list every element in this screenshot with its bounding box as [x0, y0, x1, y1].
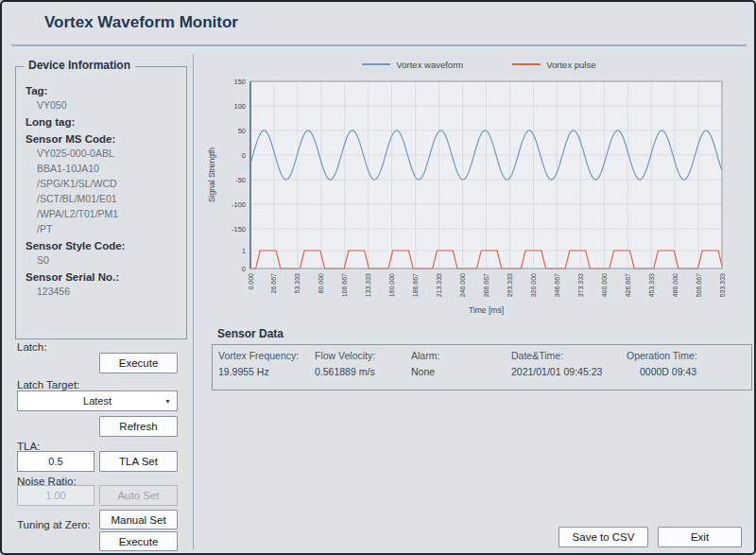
svg-text:1: 1 — [242, 247, 246, 255]
svg-text:213.333: 213.333 — [436, 273, 442, 297]
sensor-data-label: Alarm: — [411, 350, 511, 361]
svg-text:50: 50 — [238, 127, 246, 135]
tla-set-button[interactable]: TLA Set — [99, 451, 178, 472]
sensor-data-column: Flow Velocity:0.561889 m/s — [315, 350, 411, 390]
device-field-value: VY025-000-0ABL — [37, 147, 180, 160]
legend-item: Vortex pulse — [512, 60, 595, 70]
sensor-data-table: Vortex Frequency:19.9955 HzFlow Velocity… — [212, 344, 752, 390]
latch-execute-button[interactable]: Execute — [99, 353, 178, 373]
device-field-value: 123456 — [37, 286, 180, 298]
tla-input[interactable] — [17, 451, 94, 472]
sensor-data-column: Vortex Frequency:19.9955 Hz — [218, 350, 315, 390]
device-field-value: /PT — [37, 223, 180, 235]
device-field-value: BBA1-10JA10 — [37, 163, 180, 175]
device-information-group: Device Information Tag:VY050Long tag:Sen… — [15, 66, 187, 339]
svg-text:320.000: 320.000 — [530, 273, 537, 297]
waveform-chart: 150100500-50-100-150100.00026.66753.3338… — [202, 74, 756, 325]
sensor-data-column: Operation Time:0000D 09:43 — [627, 350, 751, 390]
svg-text:293.333: 293.333 — [507, 273, 513, 297]
legend-label: Vortex waveform — [396, 60, 463, 70]
svg-text:426.667: 426.667 — [625, 273, 631, 297]
manual-set-button[interactable]: Manual Set — [99, 510, 178, 529]
svg-text:26.667: 26.667 — [270, 273, 277, 294]
svg-text:400.000: 400.000 — [601, 273, 608, 297]
save-to-csv-button[interactable]: Save to CSV — [558, 527, 648, 547]
svg-text:160.000: 160.000 — [388, 273, 395, 297]
sensor-data-value: 0.561889 m/s — [315, 366, 411, 377]
svg-text:506.667: 506.667 — [696, 273, 702, 297]
sensor-data-label: Operation Time: — [627, 350, 751, 361]
device-information-fields: Tag:VY050Long tag:Sensor MS Code:VY025-0… — [16, 67, 186, 298]
sensor-data-value: 0000D 09:43 — [627, 366, 751, 377]
svg-text:Time [ms]: Time [ms] — [469, 305, 504, 315]
sensor-data-value: 19.9955 Hz — [218, 366, 315, 377]
sensor-data-column: Date&Time:2021/01/01 09:45:23 — [511, 350, 627, 390]
chart-legend: Vortex waveformVortex pulse — [202, 57, 756, 72]
svg-text:53.333: 53.333 — [294, 273, 301, 294]
svg-text:453.333: 453.333 — [648, 273, 655, 297]
svg-text:133.333: 133.333 — [365, 273, 371, 297]
device-field-label: Sensor Serial No.: — [26, 270, 180, 284]
chevron-down-icon: ▼ — [164, 398, 171, 405]
svg-text:100: 100 — [233, 102, 246, 111]
device-information-title: Device Information — [24, 59, 135, 72]
noise-ratio-input — [17, 485, 94, 506]
svg-text:346.667: 346.667 — [554, 273, 560, 297]
latch-target-value: Latest — [83, 395, 112, 407]
device-field-value: /SPG/K1/SL/WCD — [37, 178, 180, 190]
legend-line-swatch — [362, 63, 390, 65]
legend-item: Vortex waveform — [362, 60, 463, 70]
svg-text:-150: -150 — [232, 225, 246, 234]
svg-text:266.667: 266.667 — [483, 273, 490, 297]
title-divider — [11, 44, 747, 46]
sensor-data-label: Vortex Frequency: — [218, 350, 315, 361]
refresh-button[interactable]: Refresh — [99, 416, 178, 437]
legend-label: Vortex pulse — [546, 60, 595, 70]
sensor-data-column: Alarm:None — [411, 350, 511, 390]
device-field-value: /SCT/BL/M01/E01 — [37, 193, 180, 205]
device-field-value: S0 — [37, 254, 180, 267]
svg-text:0.000: 0.000 — [248, 273, 254, 290]
device-field-label: Long tag: — [26, 115, 180, 129]
svg-text:480.000: 480.000 — [672, 273, 679, 297]
app-window: Vortex Waveform Monitor Device Informati… — [0, 0, 756, 555]
svg-text:0: 0 — [242, 265, 246, 273]
device-field-label: Sensor MS Code: — [26, 132, 180, 146]
latch-target-label: Latch Target: — [17, 379, 79, 390]
latch-label: Latch: — [17, 341, 46, 353]
panel-divider — [193, 54, 194, 549]
svg-text:Signal Strength: Signal Strength — [207, 147, 216, 202]
svg-text:0: 0 — [242, 151, 246, 160]
svg-text:240.000: 240.000 — [459, 273, 466, 297]
device-field-label: Tag: — [26, 84, 180, 97]
svg-text:-50: -50 — [235, 176, 246, 184]
sensor-data-label: Flow Velocity: — [315, 350, 411, 361]
legend-line-swatch — [512, 63, 541, 65]
sensor-data-title: Sensor Data — [217, 327, 284, 340]
svg-text:533.333: 533.333 — [719, 273, 726, 297]
svg-text:106.667: 106.667 — [341, 273, 348, 297]
tuning-at-zero-label: Tuning at Zero: — [17, 519, 91, 530]
page-title: Vortex Waveform Monitor — [44, 13, 238, 32]
svg-text:-100: -100 — [232, 200, 246, 209]
sensor-data-value: None — [411, 366, 511, 377]
svg-text:150: 150 — [233, 78, 246, 86]
latch-target-select[interactable]: Latest ▼ — [17, 390, 178, 411]
tuning-execute-button[interactable]: Execute — [99, 531, 178, 551]
device-field-value: /WPA/L2/T01/PM1 — [37, 208, 180, 220]
auto-set-button: Auto Set — [99, 485, 178, 506]
svg-text:186.667: 186.667 — [412, 273, 419, 297]
exit-button[interactable]: Exit — [658, 527, 742, 547]
device-field-label: Sensor Style Code: — [26, 239, 180, 252]
sensor-data-value: 2021/01/01 09:45:23 — [511, 366, 627, 377]
sensor-data-label: Date&Time: — [511, 350, 627, 361]
svg-text:80.000: 80.000 — [318, 273, 324, 294]
device-field-value: VY050 — [37, 99, 180, 112]
svg-text:373.333: 373.333 — [577, 273, 584, 297]
